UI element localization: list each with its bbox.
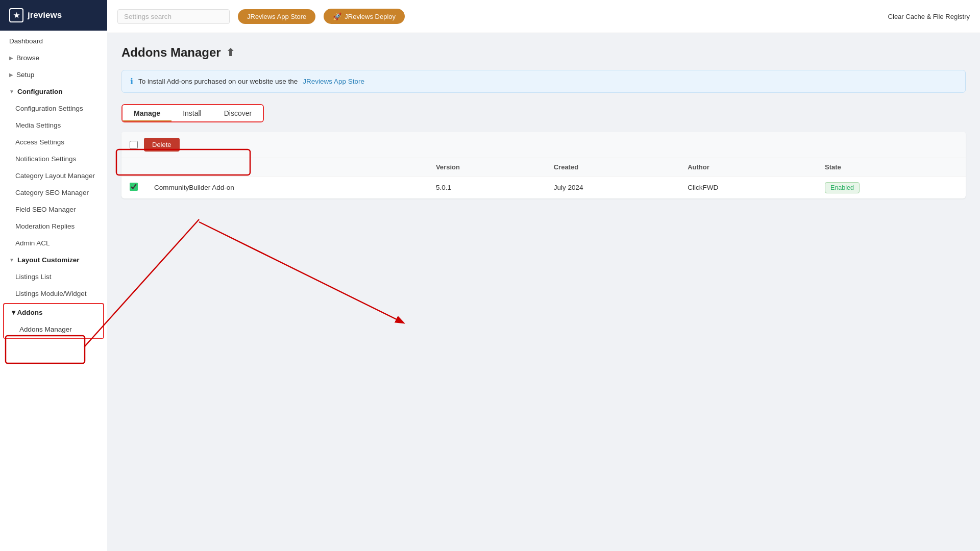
sidebar-item-category-layout-manager[interactable]: Category Layout Manager	[0, 167, 107, 184]
sidebar-item-listings-list[interactable]: Listings List	[0, 268, 107, 285]
sidebar-item-label: Configuration Settings	[15, 105, 83, 112]
col-name	[146, 158, 428, 177]
sidebar-item-listings-module[interactable]: Listings Module/Widget	[0, 285, 107, 302]
addons-section-box: ▼ Addons Addons Manager	[3, 303, 104, 339]
chevron-down-icon: ▼	[9, 257, 14, 263]
chevron-right-icon: ▶	[9, 55, 13, 61]
tab-install[interactable]: Install	[172, 105, 213, 121]
col-created: Created	[546, 158, 679, 177]
select-all-checkbox[interactable]	[130, 141, 138, 149]
col-author: Author	[679, 158, 817, 177]
sidebar-item-label: Category SEO Manager	[15, 189, 89, 196]
sidebar-item-label: Layout Customizer	[17, 256, 80, 264]
logo-text: jreviews	[28, 10, 62, 20]
sidebar-item-label: Category Layout Manager	[15, 172, 95, 180]
sidebar-item-label: Browse	[16, 54, 39, 62]
sidebar-item-label: Media Settings	[15, 121, 61, 129]
table-header-row: Version Created Author State	[121, 158, 966, 177]
header-bar: JReviews App Store 🚀 JReviews Deploy Cle…	[107, 0, 980, 33]
delete-button[interactable]: Delete	[144, 138, 180, 152]
main-content: Addons Manager ⬆ ℹ To install Add-ons pu…	[107, 33, 980, 551]
sidebar-item-label: Listings List	[15, 273, 52, 281]
sidebar-item-access-settings[interactable]: Access Settings	[0, 134, 107, 151]
sidebar-item-configuration-settings[interactable]: Configuration Settings	[0, 100, 107, 117]
app-logo: ★ jreviews	[0, 0, 107, 31]
chevron-down-icon: ▼	[9, 89, 14, 94]
row-checkbox[interactable]	[130, 183, 138, 191]
col-state: State	[817, 158, 966, 177]
col-checkbox	[121, 158, 146, 177]
sidebar-item-dashboard[interactable]: Dashboard	[0, 33, 107, 49]
addon-name: CommunityBuilder Add-on	[146, 177, 428, 199]
rocket-icon: 🚀	[333, 12, 341, 20]
sidebar-scroll: Dashboard ▶ Browse ▶ Setup ▼ Configurati…	[0, 31, 107, 551]
info-text: To install Add-ons purchased on our webs…	[138, 78, 298, 85]
sidebar-item-media-settings[interactable]: Media Settings	[0, 117, 107, 134]
tab-discover[interactable]: Discover	[213, 105, 263, 121]
sidebar-item-label: Access Settings	[15, 138, 64, 146]
info-box: ℹ To install Add-ons purchased on our we…	[121, 70, 966, 93]
sidebar-item-label: Addons	[17, 309, 42, 316]
page-title: Addons Manager ⬆	[121, 45, 966, 60]
svg-line-1	[107, 219, 199, 347]
clear-cache-button[interactable]: Clear Cache & File Registry	[888, 13, 970, 20]
sidebar-item-label: Field SEO Manager	[15, 206, 76, 213]
sidebar-item-setup[interactable]: ▶ Setup	[0, 66, 107, 83]
row-checkbox-cell[interactable]	[121, 177, 146, 199]
sidebar-item-label: Moderation Replies	[15, 222, 75, 230]
sidebar-item-addons-manager[interactable]: Addons Manager	[4, 321, 103, 338]
logo-icon: ★	[9, 8, 23, 22]
sidebar-item-notification-settings[interactable]: Notification Settings	[0, 151, 107, 167]
app-store-link[interactable]: JReviews App Store	[303, 78, 364, 85]
status-badge: Enabled	[825, 182, 860, 193]
sidebar-item-label: Setup	[16, 71, 34, 79]
sidebar-item-configuration[interactable]: ▼ Configuration	[0, 83, 107, 100]
chevron-down-icon: ▼	[10, 309, 17, 316]
col-version: Version	[428, 158, 546, 177]
sidebar-item-label: Addons Manager	[19, 325, 72, 333]
info-icon: ℹ	[130, 77, 133, 86]
sidebar-item-addons[interactable]: ▼ Addons	[4, 304, 103, 321]
sidebar-item-label: Listings Module/Widget	[15, 290, 87, 297]
header-left: JReviews App Store 🚀 JReviews Deploy	[117, 9, 405, 24]
sidebar-item-label: Dashboard	[9, 37, 43, 45]
app-store-button[interactable]: JReviews App Store	[238, 9, 315, 24]
chevron-right-icon: ▶	[9, 72, 13, 78]
sidebar-item-moderation-replies[interactable]: Moderation Replies	[0, 218, 107, 235]
upload-icon[interactable]: ⬆	[226, 46, 235, 59]
addon-created: July 2024	[546, 177, 679, 199]
sidebar-item-browse[interactable]: ▶ Browse	[0, 49, 107, 66]
settings-search-input[interactable]	[117, 9, 230, 24]
content-wrapper: JReviews App Store 🚀 JReviews Deploy Cle…	[107, 0, 980, 551]
tab-manage[interactable]: Manage	[122, 105, 172, 121]
table-container: Delete Version Created Author State	[121, 132, 966, 198]
addon-state: Enabled	[817, 177, 966, 199]
table-row: CommunityBuilder Add-on 5.0.1 July 2024 …	[121, 177, 966, 199]
sidebar-item-layout-customizer[interactable]: ▼ Layout Customizer	[0, 252, 107, 268]
svg-line-0	[199, 222, 401, 321]
deploy-button[interactable]: 🚀 JReviews Deploy	[324, 9, 405, 24]
sidebar-item-label: Notification Settings	[15, 155, 76, 163]
deploy-label: JReviews Deploy	[345, 13, 396, 20]
sidebar-item-admin-acl[interactable]: Admin ACL	[0, 235, 107, 252]
table-toolbar: Delete	[121, 132, 966, 158]
sidebar-item-field-seo-manager[interactable]: Field SEO Manager	[0, 201, 107, 218]
sidebar-item-label: Admin ACL	[15, 239, 50, 247]
addon-author: ClickFWD	[679, 177, 817, 199]
sidebar-item-category-seo-manager[interactable]: Category SEO Manager	[0, 184, 107, 201]
sidebar: ★ jreviews Dashboard ▶ Browse ▶ Setup	[0, 0, 107, 551]
tabs-container: Manage Install Discover	[121, 104, 264, 122]
addons-table: Version Created Author State	[121, 158, 966, 198]
addon-version: 5.0.1	[428, 177, 546, 199]
sidebar-item-label: Configuration	[17, 88, 62, 95]
